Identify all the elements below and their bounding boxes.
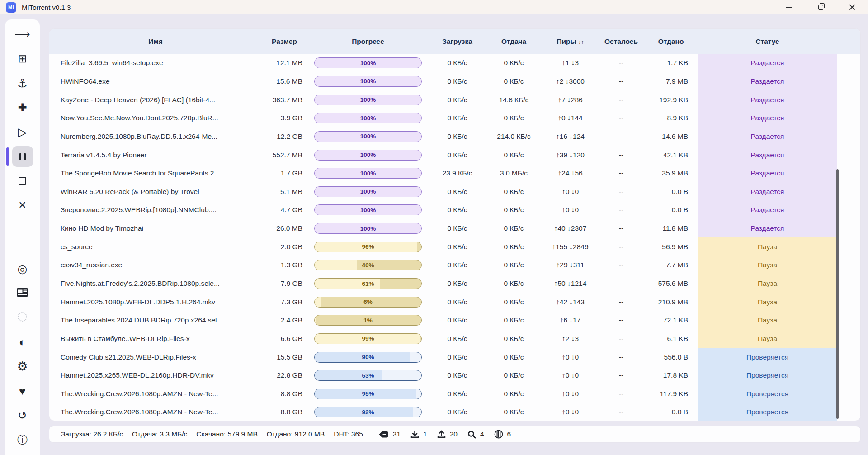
torrent-row[interactable]: Terraria v1.4.5.4 by Pioneer552.7 MB100%… [49, 146, 860, 164]
close-button[interactable] [836, 0, 868, 14]
counter-value: 20 [450, 430, 458, 438]
sidebar-refresh-button[interactable]: ↺ [12, 405, 33, 426]
peers-cell: ↑0 ↓144 [542, 114, 599, 122]
news-card-icon [17, 288, 28, 299]
torrent-row[interactable]: Nuremberg.2025.1080p.BluRay.DD.5.1.x264-… [49, 128, 860, 146]
download-speed-cell: 0 КБ/с [429, 224, 486, 232]
download-speed-cell: 0 КБ/с [429, 206, 486, 214]
peers-cell: ↑42 ↓143 [542, 298, 599, 306]
torrent-row[interactable]: Hamnet.2025.x265.WEB-DL.2160p.HDR-DV.mkv… [49, 366, 860, 385]
torrent-row[interactable]: The.Inseparables.2024.DUB.BDRip.720p.x26… [49, 311, 860, 330]
eta-cell: -- [599, 59, 644, 67]
stat-download: Загрузка: 26.2 КБ/с [61, 430, 123, 438]
torrent-row[interactable]: Now.You.See.Me.Now.You.Dont.2025.720p.Bl… [49, 109, 860, 128]
download-speed-cell: 0 КБ/с [429, 261, 486, 269]
counter-download: 1 [410, 430, 427, 439]
column-header-2[interactable]: Прогресс [307, 38, 429, 46]
column-header-0[interactable]: Имя [49, 38, 262, 46]
torrent-row[interactable]: Hamnet.2025.1080p.WEB-DL.DDP5.1.H.264.mk… [49, 293, 860, 311]
column-header-4[interactable]: Отдача [486, 38, 542, 46]
favorites-icon: ♥ [19, 385, 26, 397]
download-speed-cell: 0 КБ/с [429, 133, 486, 141]
column-header-3[interactable]: Загрузка [429, 38, 486, 46]
torrent-row[interactable]: Выжить в Стамбуле..WEB-DLRip.Files-x6.6 … [49, 330, 860, 348]
sidebar-remove-button[interactable]: ✕ [12, 195, 33, 216]
sidebar-news-card-button[interactable] [12, 283, 33, 303]
size-cell: 363.7 MB [262, 96, 307, 104]
download-speed-cell: 0 КБ/с [429, 353, 486, 361]
column-header-5[interactable]: Пиры ↓↑ [542, 38, 599, 46]
refresh-icon: ↺ [18, 410, 27, 421]
sidebar-favorites-button[interactable]: ♥ [12, 380, 33, 401]
torrent-row[interactable]: cs_source2.0 GB96%0 КБ/с0 КБ/с↑155 ↓2849… [49, 237, 860, 256]
torrent-row[interactable]: Кино HD Mod by Timozhai26.0 MB100%0 КБ/с… [49, 219, 860, 238]
torrent-row[interactable]: The.Wrecking.Crew.2026.1080p.AMZN - New-… [49, 403, 860, 421]
torrent-row[interactable]: The.Wrecking.Crew.2026.1080p.AMZN - New-… [49, 385, 860, 403]
column-header-8[interactable]: Статус [698, 38, 837, 46]
torrent-row[interactable]: Five.Nights.at.Freddy's.2.2025.BDRip.108… [49, 275, 860, 293]
peers-cell: ↑6 ↓17 [542, 316, 599, 324]
sidebar-settings-button[interactable]: ⚙︎ [12, 356, 33, 377]
torrent-row[interactable]: Зверополис.2.2025.WEBRip.[1080p].NNMClub… [49, 201, 860, 219]
download-speed-cell: 0 КБ/с [429, 408, 486, 416]
titlebar: MI MITorrent v0.1.3 [0, 0, 868, 14]
sidebar-anchor-button[interactable]: ⚓︎ [12, 73, 33, 94]
torrent-row[interactable]: KayZone - Deep Heaven (2026) [FLAC] (16b… [49, 90, 860, 109]
torrent-row[interactable]: cssv34_russian.exe1.3 GB40%0 КБ/с0 КБ/с↑… [49, 256, 860, 275]
restore-button[interactable] [805, 0, 836, 14]
eta-cell: -- [599, 298, 644, 306]
size-cell: 6.6 GB [262, 335, 307, 343]
sidebar-resume-button[interactable]: ▷ [12, 122, 33, 142]
counter-value: 6 [507, 430, 511, 438]
sidebar-target-button[interactable]: ◎ [12, 258, 33, 279]
download-speed-cell: 0 КБ/с [429, 243, 486, 251]
size-cell: 15.5 GB [262, 353, 307, 361]
counter-value: 1 [423, 430, 427, 438]
minimize-button[interactable] [773, 0, 805, 14]
torrent-row[interactable]: FileZilla_3.69.5_win64-setup.exe12.1 MB1… [49, 54, 860, 72]
download-speed-cell: 0 КБ/с [429, 96, 486, 104]
column-header-6[interactable]: Осталось [599, 38, 644, 46]
sidebar-grid-view-button[interactable]: ⊞ [12, 48, 33, 69]
torrent-row[interactable]: WinRAR 5.20 RePack (& Portable) by Trove… [49, 182, 860, 201]
peers-cell: ↑7 ↓286 [542, 96, 599, 104]
progress-bar: 6% [314, 297, 422, 308]
peers-cell: ↑2 ↓3 [542, 335, 599, 343]
upload-speed-cell: 0 КБ/с [486, 316, 542, 324]
status-badge: Пауза [698, 275, 837, 293]
size-cell: 12.1 MB [262, 59, 307, 67]
vertical-scrollbar-thumb[interactable] [836, 169, 839, 419]
download-speed-cell: 0 КБ/с [429, 298, 486, 306]
sidebar-forward-button[interactable]: ⟶ [12, 24, 33, 45]
column-header-7[interactable]: Отдано [644, 38, 698, 46]
torrent-row[interactable]: Comedy Club.s21.2025.WEB-DLRip.Files-x15… [49, 348, 860, 366]
sidebar-stop-button[interactable] [12, 171, 33, 191]
anchor-icon: ⚓︎ [17, 77, 28, 89]
progress-bar: 1% [314, 315, 422, 326]
upload-speed-cell: 0 КБ/с [486, 390, 542, 398]
progress-bar: 100% [314, 76, 422, 87]
sidebar-theme-toggle-button[interactable]: ◐ [12, 332, 33, 352]
download-speed-cell: 0 КБ/с [429, 280, 486, 288]
progress-bar: 92% [314, 407, 422, 417]
eta-cell: -- [599, 243, 644, 251]
torrent-name-cell: Now.You.See.Me.Now.You.Dont.2025.720p.Bl… [49, 114, 262, 122]
upload-speed-cell: 0 КБ/с [486, 59, 542, 67]
sort-indicator-icon: ↓↑ [578, 39, 584, 45]
counter-tag: 31 [378, 430, 401, 438]
app-logo: MI [6, 2, 16, 13]
sidebar-add-torrent-button[interactable]: ✚ [12, 97, 33, 118]
progress-bar: 100% [314, 186, 422, 197]
torrent-row[interactable]: The.SpongeBob.Movie.Search.for.SquarePan… [49, 164, 860, 183]
column-header-1[interactable]: Размер [262, 38, 307, 46]
sidebar-pause-button[interactable] [12, 146, 33, 167]
progress-bar: 100% [314, 113, 422, 123]
sidebar-about-button[interactable]: ⓘ [12, 429, 33, 450]
eta-cell: -- [599, 353, 644, 361]
download-speed-cell: 0 КБ/с [429, 77, 486, 85]
status-badge: Раздается [698, 90, 837, 109]
sidebar-loading-button[interactable] [12, 307, 33, 328]
torrent-row[interactable]: HWiNFO64.exe15.6 MB100%0 КБ/с0 КБ/с↑2 ↓3… [49, 72, 860, 91]
counter-group: 3112046 [378, 430, 511, 439]
status-badge: Пауза [698, 237, 837, 256]
